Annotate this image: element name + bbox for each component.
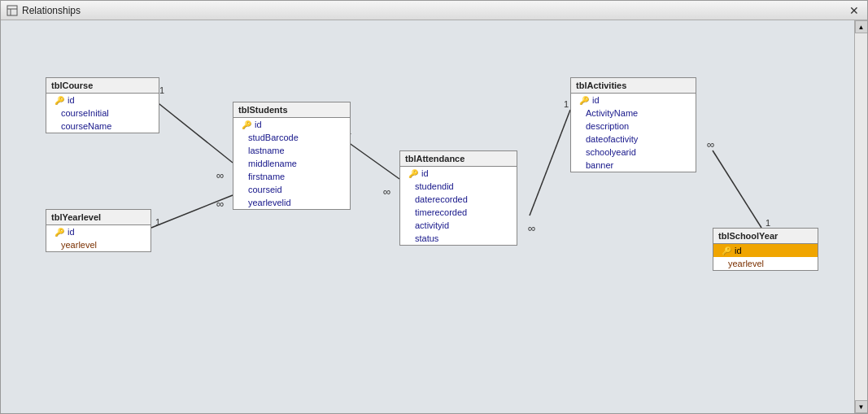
svg-line-6: [151, 195, 233, 228]
title-bar-title: Relationships: [22, 5, 843, 16]
svg-text:1: 1: [159, 85, 164, 95]
svg-text:∞: ∞: [216, 198, 224, 210]
field-row: 🔑 id: [571, 94, 696, 107]
field-row: daterecorded: [400, 193, 517, 206]
svg-text:1: 1: [155, 217, 160, 227]
svg-line-12: [530, 110, 570, 216]
key-icon: 🔑: [55, 96, 64, 105]
key-icon: 🔑: [408, 169, 418, 178]
svg-line-15: [713, 150, 761, 228]
table-title-tblActivities: tblActivities: [571, 78, 696, 94]
scrollbar-vertical[interactable]: ▲ ▼: [854, 20, 867, 413]
field-row: dateofactivity: [571, 133, 696, 146]
field-row: courseInitial: [46, 107, 159, 120]
table-tblYearlevel: tblYearlevel 🔑 id yearlevel: [46, 209, 151, 252]
table-tblActivities: tblActivities 🔑 id ActivityName descript…: [570, 77, 696, 172]
table-title-tblCourse: tblCourse: [46, 78, 159, 94]
field-row: studendid: [400, 180, 517, 193]
title-bar: Relationships ✕: [1, 1, 867, 20]
key-icon: 🔑: [579, 96, 589, 105]
field-row: 🔑 id: [400, 167, 517, 180]
field-row: courseName: [46, 120, 159, 133]
field-row: firstname: [233, 170, 350, 183]
field-row: middlename: [233, 157, 350, 170]
svg-text:∞: ∞: [707, 138, 714, 150]
scroll-down-button[interactable]: ▼: [855, 400, 868, 413]
table-title-tblSchoolYear: tblSchoolYear: [713, 229, 818, 244]
field-row: activityid: [400, 219, 517, 232]
svg-line-9: [342, 138, 399, 179]
svg-text:1: 1: [765, 218, 770, 228]
svg-line-3: [151, 98, 233, 163]
key-icon: 🔑: [722, 246, 731, 255]
svg-text:∞: ∞: [528, 222, 535, 234]
field-row: lastname: [233, 144, 350, 157]
diagram-canvas: 1 ∞ 1 ∞ 1 ∞ 1 ∞ ∞ 1 tblCourse 🔑 id: [1, 20, 867, 413]
field-row: yearlevel: [713, 257, 818, 270]
field-row: yearlevelid: [233, 196, 350, 209]
field-row-highlighted: 🔑 id: [713, 244, 818, 257]
key-icon: 🔑: [242, 120, 251, 129]
title-bar-icon: [6, 4, 19, 17]
field-row: ActivityName: [571, 107, 696, 120]
table-tblAttendance: tblAttendance 🔑 id studendid daterecorde…: [399, 150, 517, 246]
scroll-track: [855, 33, 868, 400]
svg-text:∞: ∞: [383, 185, 390, 198]
field-row: schoolyearid: [571, 146, 696, 159]
table-title-tblStudents: tblStudents: [233, 102, 350, 118]
relationships-window: Relationships ✕ 1 ∞ 1 ∞ 1 ∞ 1 ∞ ∞ 1: [0, 0, 868, 414]
table-title-tblYearlevel: tblYearlevel: [46, 210, 150, 225]
field-row: status: [400, 232, 517, 245]
field-row: studBarcode: [233, 131, 350, 144]
scroll-up-button[interactable]: ▲: [855, 20, 868, 33]
field-row: description: [571, 120, 696, 133]
key-icon: 🔑: [55, 228, 64, 237]
field-row: yearlevel: [46, 238, 150, 251]
svg-rect-0: [7, 6, 17, 15]
field-row: courseid: [233, 183, 350, 196]
table-tblCourse: tblCourse 🔑 id courseInitial courseName: [46, 77, 159, 133]
field-row: 🔑 id: [46, 225, 150, 238]
close-button[interactable]: ✕: [846, 4, 862, 17]
field-row: timerecorded: [400, 206, 517, 219]
table-tblSchoolYear: tblSchoolYear 🔑 id yearlevel: [713, 228, 818, 271]
field-row: 🔑 id: [46, 94, 159, 107]
field-row: 🔑 id: [233, 118, 350, 131]
table-tblStudents: tblStudents 🔑 id studBarcode lastname mi…: [233, 102, 351, 210]
svg-text:1: 1: [564, 99, 569, 109]
field-row: banner: [571, 159, 696, 172]
svg-text:∞: ∞: [216, 169, 224, 181]
table-title-tblAttendance: tblAttendance: [400, 151, 517, 167]
